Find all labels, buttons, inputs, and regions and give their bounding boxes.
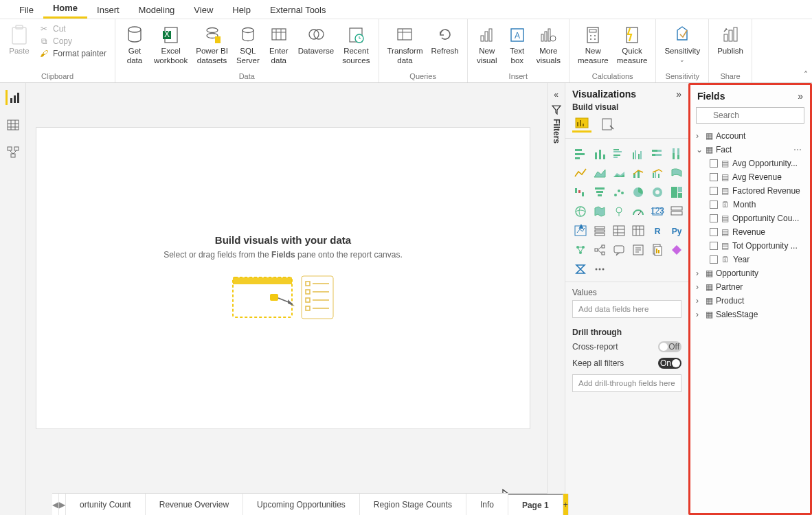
paginated-icon[interactable]: [649, 242, 666, 258]
field-item[interactable]: ▤Revenue: [693, 225, 807, 239]
sql-server-button[interactable]: SQL Server: [232, 22, 264, 66]
table-node-opportunity[interactable]: ›▦Opportunity: [693, 266, 807, 280]
hundred-bar-icon[interactable]: [649, 146, 666, 162]
build-visual-tab[interactable]: [572, 116, 591, 133]
line-chart-icon[interactable]: [572, 165, 589, 181]
page-nav-right[interactable]: ▶: [59, 494, 66, 515]
treemap-icon[interactable]: [668, 184, 685, 201]
field-item[interactable]: ▤Opportunity Cou...: [693, 211, 807, 225]
tab-help[interactable]: Help: [223, 1, 260, 19]
field-item[interactable]: 🗓Month: [693, 198, 807, 211]
stacked-area-icon[interactable]: [611, 165, 627, 181]
checkbox[interactable]: [710, 201, 718, 209]
funnel-icon[interactable]: [591, 184, 608, 201]
scatter-icon[interactable]: [611, 184, 627, 201]
page-tab[interactable]: Info: [466, 494, 508, 515]
cross-report-toggle[interactable]: Off: [658, 341, 681, 352]
data-view-icon[interactable]: [5, 117, 21, 133]
tab-external-tools[interactable]: External Tools: [260, 1, 335, 19]
new-measure-button[interactable]: New measure: [574, 22, 613, 66]
python-visual-icon[interactable]: Py: [668, 222, 685, 239]
table-node-account[interactable]: ›▦Account: [693, 129, 807, 143]
table-node-salesstage[interactable]: ›▦SalesStage: [693, 308, 807, 321]
checkbox[interactable]: [710, 214, 718, 222]
qa-visual-icon[interactable]: [611, 242, 627, 258]
tab-home[interactable]: Home: [43, 0, 87, 19]
tab-modeling[interactable]: Modeling: [129, 1, 185, 19]
expand-icon[interactable]: «: [554, 90, 559, 100]
format-painter-button[interactable]: 🖌Format painter: [38, 48, 106, 59]
copy-button[interactable]: ⧉Copy: [38, 36, 106, 47]
drill-dropzone[interactable]: Add drill-through fields here: [572, 374, 681, 392]
table-node-product[interactable]: ›▦Product: [693, 294, 807, 308]
checkbox[interactable]: [710, 255, 718, 264]
page-tab[interactable]: Revenue Overview: [146, 494, 243, 515]
recent-sources-button[interactable]: Recent sources: [338, 22, 374, 66]
transform-data-button[interactable]: Transform data: [383, 22, 427, 66]
report-canvas[interactable]: Build visuals with your data Select or d…: [36, 127, 530, 429]
slicer-icon[interactable]: [591, 222, 608, 239]
page-tab[interactable]: Upcoming Opportunities: [243, 494, 360, 515]
stacked-column-icon[interactable]: [591, 146, 608, 162]
checkbox[interactable]: [710, 242, 718, 250]
more-icon[interactable]: ⋯: [793, 145, 804, 154]
excel-button[interactable]: XExcel workbook: [150, 22, 192, 66]
filled-map-icon[interactable]: [591, 203, 608, 220]
field-item[interactable]: ▤Avg Revenue: [693, 170, 807, 184]
refresh-button[interactable]: Refresh: [427, 22, 462, 56]
filters-pane-collapsed[interactable]: « Filters: [547, 83, 565, 515]
card-icon[interactable]: 123: [649, 203, 666, 220]
combo-chart2-icon[interactable]: [649, 165, 666, 181]
table-node-partner[interactable]: ›▦Partner: [693, 280, 807, 294]
map-icon[interactable]: [572, 203, 589, 220]
gauge-icon[interactable]: [630, 203, 646, 220]
clustered-column-icon[interactable]: [630, 146, 646, 162]
field-item[interactable]: ▤Avg Opportunity...: [693, 157, 807, 170]
collapse-fields-pane-icon[interactable]: »: [798, 91, 803, 102]
model-view-icon[interactable]: [5, 145, 21, 160]
decomposition-icon[interactable]: [591, 242, 608, 258]
ribbon-chart-icon[interactable]: [668, 165, 685, 181]
stacked-bar-icon[interactable]: [572, 146, 589, 162]
sensitivity-button[interactable]: Sensitivity⌄: [660, 22, 704, 63]
tab-file[interactable]: File: [10, 1, 43, 19]
checkbox[interactable]: [710, 159, 718, 168]
checkbox[interactable]: [710, 228, 718, 236]
add-page-button[interactable]: +: [563, 494, 569, 515]
power-automate-icon[interactable]: [572, 261, 589, 277]
matrix-icon[interactable]: [630, 222, 646, 239]
paste-button[interactable]: Paste: [4, 22, 34, 56]
combo-chart-icon[interactable]: [630, 165, 646, 181]
donut-icon[interactable]: [649, 184, 666, 201]
collapse-viz-pane-icon[interactable]: »: [676, 89, 681, 100]
get-data-button[interactable]: Get data: [120, 22, 150, 66]
page-tab[interactable]: Page 1: [508, 494, 563, 515]
field-item[interactable]: 🗓Year: [693, 253, 807, 266]
waterfall-icon[interactable]: [572, 184, 589, 201]
multi-card-icon[interactable]: [668, 203, 685, 220]
checkbox[interactable]: [710, 173, 718, 181]
power-apps-icon[interactable]: [668, 242, 685, 258]
table-node-fact[interactable]: ⌄▦Fact⋯: [693, 143, 807, 157]
dataverse-button[interactable]: Dataverse: [294, 22, 338, 56]
smart-narrative-icon[interactable]: [630, 242, 646, 258]
new-visual-button[interactable]: New visual: [472, 22, 502, 66]
area-chart-icon[interactable]: [591, 165, 608, 181]
field-item[interactable]: ▤Tot Opportunity ...: [693, 239, 807, 253]
publish-button[interactable]: Publish: [713, 22, 747, 56]
field-item[interactable]: ▤Factored Revenue: [693, 184, 807, 198]
key-influencers-icon[interactable]: [572, 242, 589, 258]
more-options-icon[interactable]: [591, 261, 608, 277]
hundred-column-icon[interactable]: [668, 146, 685, 162]
pie-icon[interactable]: [630, 184, 646, 201]
clustered-bar-icon[interactable]: [611, 146, 627, 162]
page-nav-left[interactable]: ◀: [52, 494, 59, 515]
keep-filters-toggle[interactable]: On: [658, 358, 681, 369]
r-visual-icon[interactable]: R: [649, 222, 666, 239]
format-visual-tab[interactable]: [598, 116, 618, 133]
values-dropzone[interactable]: Add data fields here: [572, 300, 681, 318]
enter-data-button[interactable]: Enter data: [264, 22, 294, 66]
pbi-datasets-button[interactable]: Power BI datasets: [192, 22, 232, 66]
quick-measure-button[interactable]: Quick measure: [613, 22, 652, 66]
collapse-ribbon-icon[interactable]: ˄: [804, 70, 808, 80]
